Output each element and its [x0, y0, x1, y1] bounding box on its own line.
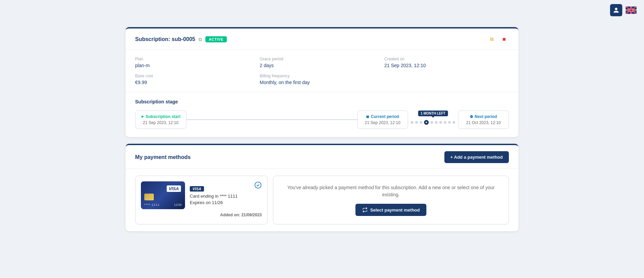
- month-badge: 1 MONTH LEFT: [418, 111, 448, 116]
- added-on: Added on: 21/09/2023: [141, 213, 262, 217]
- grace-item: Grace period 2 days: [260, 57, 384, 68]
- stage-start-date: 21 Sep 2023, 12:10: [141, 120, 181, 125]
- language-selector[interactable]: [625, 4, 637, 16]
- main-content: Subscription: sub-0005 ⧉ ACTIVE: [0, 0, 644, 245]
- card-number-display: **** 1111: [144, 203, 160, 206]
- subscription-header: Subscription: sub-0005 ⧉ ACTIVE: [126, 28, 518, 50]
- copy-icon[interactable]: ⧉: [199, 37, 202, 42]
- stage-section: Subscription stage Subscription start 21…: [126, 92, 518, 137]
- stage-current-date: 21 Sep 2023, 12:10: [363, 120, 402, 125]
- billing-item: Billing frequency Monthly, on the first …: [260, 74, 384, 85]
- billing-label: Billing frequency: [260, 74, 384, 78]
- stage-next-label: Next period: [464, 114, 503, 119]
- svg-marker-1: [142, 115, 144, 118]
- header-actions: [487, 35, 509, 44]
- billing-value: Monthly, on the first day: [260, 80, 384, 85]
- payment-info-text: You've already picked a payment method f…: [281, 184, 500, 198]
- payment-header: My payment methods + Add a payment metho…: [126, 145, 518, 169]
- card-expiry-display: 11/26: [174, 203, 182, 206]
- grace-label: Grace period: [260, 57, 384, 61]
- title-row: Subscription: sub-0005 ⧉ ACTIVE: [135, 36, 227, 42]
- base-cost-item: Base cost €9.99: [135, 74, 260, 85]
- dot-10: [453, 121, 455, 124]
- created-label: Created on: [384, 57, 509, 61]
- stage-next-box: Next period 21 Oct 2023, 12:10: [458, 111, 509, 129]
- payment-title: My payment methods: [135, 154, 191, 160]
- dot-1: [411, 121, 413, 124]
- add-payment-button[interactable]: + Add a payment method: [444, 151, 509, 163]
- visa-card-image: **** 1111 11/26: [141, 181, 185, 209]
- topbar: [603, 0, 644, 20]
- dot-2: [415, 121, 418, 124]
- select-payment-label: Select payment method: [370, 207, 420, 213]
- dot-6: [435, 121, 438, 124]
- stage-timeline: Subscription start 21 Sep 2023, 12:10 Cu…: [135, 111, 509, 129]
- payment-body: **** 1111 11/26 VISA Card ending in ****…: [126, 169, 518, 231]
- dot-5: [430, 121, 433, 124]
- selected-check-icon: [254, 181, 262, 191]
- stage-start-label: Subscription start: [141, 114, 181, 119]
- visa-card-item: **** 1111 11/26 VISA Card ending in ****…: [135, 176, 268, 224]
- stage-current-box: Current period 21 Sep 2023, 12:10: [357, 111, 408, 129]
- plan-value: plan-m: [135, 63, 260, 68]
- visa-badge: VISA: [190, 186, 204, 192]
- subscription-info-grid: Plan plan-m Grace period 2 days Created …: [126, 50, 518, 92]
- stage-title: Subscription stage: [135, 99, 509, 104]
- stage-line-1: [186, 119, 357, 120]
- plan-item: Plan plan-m: [135, 57, 260, 68]
- dot-8: [444, 121, 446, 124]
- subscription-card: Subscription: sub-0005 ⧉ ACTIVE: [126, 27, 518, 137]
- created-item: Created on 21 Sep 2023, 12:10: [384, 57, 509, 68]
- svg-point-8: [255, 182, 261, 188]
- status-badge: ACTIVE: [205, 36, 227, 42]
- base-cost-label: Base cost: [135, 74, 260, 78]
- plan-label: Plan: [135, 57, 260, 61]
- svg-point-7: [472, 117, 472, 117]
- card-expires: Expires on 11/26: [190, 200, 250, 205]
- grace-value: 2 days: [260, 63, 384, 68]
- dot-9: [448, 121, 451, 124]
- svg-rect-2: [367, 116, 369, 118]
- card-item-row: **** 1111 11/26 VISA Card ending in ****…: [141, 181, 262, 209]
- subscription-title: Subscription: sub-0005: [135, 36, 195, 42]
- user-icon-button[interactable]: [610, 4, 622, 16]
- chip: [144, 194, 154, 200]
- dot-7: [439, 121, 442, 124]
- payment-info-panel: You've already picked a payment method f…: [273, 176, 509, 224]
- stage-start-box: Subscription start 21 Sep 2023, 12:10: [135, 111, 186, 129]
- stage-next-date: 21 Oct 2023, 12:10: [464, 120, 503, 125]
- base-cost-value: €9.99: [135, 80, 260, 85]
- card-details: VISA Card ending in **** 1111 Expires on…: [190, 185, 250, 205]
- card-ending: Card ending in **** 1111: [190, 194, 250, 199]
- stop-button[interactable]: [499, 35, 509, 44]
- dot-3: [420, 121, 422, 124]
- select-payment-button[interactable]: Select payment method: [355, 204, 427, 216]
- stage-current-label: Current period: [363, 114, 402, 119]
- payment-card: My payment methods + Add a payment metho…: [126, 144, 518, 231]
- stage-dots: 1 MONTH LEFT: [411, 120, 455, 125]
- dot-active: [424, 120, 429, 125]
- created-value: 21 Sep 2023, 12:10: [384, 63, 509, 68]
- pause-button[interactable]: [487, 35, 497, 44]
